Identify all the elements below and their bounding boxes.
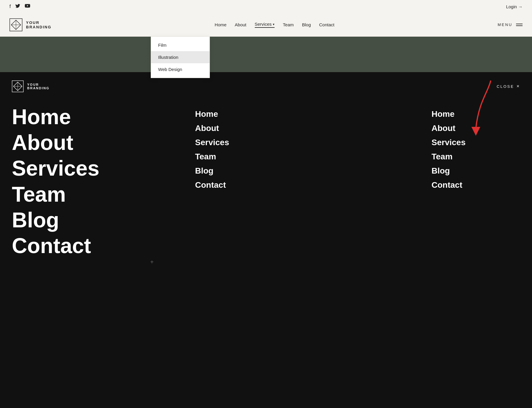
login-label: Login →: [506, 4, 523, 9]
right-nav-home[interactable]: Home: [432, 107, 520, 121]
youtube-icon[interactable]: [25, 4, 30, 9]
hero-section: [0, 37, 532, 72]
right-nav: Home About Services Team Blog Contact: [432, 104, 520, 408]
twitter-icon[interactable]: [15, 4, 20, 9]
mid-nav-team[interactable]: Team: [195, 150, 432, 164]
big-nav-about[interactable]: About: [12, 130, 136, 156]
nav-services[interactable]: Services ▾: [255, 22, 275, 28]
nav-blog[interactable]: Blog: [302, 22, 311, 27]
dropdown-illustration[interactable]: Illustration: [151, 51, 210, 63]
menu-label: MENU: [498, 22, 512, 27]
facebook-icon[interactable]: f: [9, 4, 11, 9]
menu-lines-icon: [516, 24, 523, 26]
right-nav-blog[interactable]: Blog: [432, 164, 520, 178]
close-x-icon: ×: [517, 84, 520, 89]
close-label: CLOSE: [497, 84, 514, 89]
overlay-logo[interactable]: YOUR BRANDING: [12, 80, 49, 92]
plus-icon[interactable]: +: [150, 259, 154, 265]
nav-home[interactable]: Home: [215, 22, 226, 27]
mid-nav-services[interactable]: Services: [195, 135, 432, 150]
big-nav: Home About Services Team Blog Contact +: [12, 104, 136, 408]
mid-nav-contact[interactable]: Contact: [195, 178, 432, 192]
close-button[interactable]: CLOSE ×: [497, 84, 520, 89]
social-icons: f: [9, 4, 30, 9]
overlay-logo-text: YOUR BRANDING: [27, 83, 49, 90]
overlay-menu: YOUR BRANDING CLOSE × Home About Service…: [0, 72, 532, 408]
logo-line2: BRANDING: [26, 25, 51, 29]
logo-icon: [9, 18, 22, 31]
mid-nav: Home About Services Team Blog Contact: [136, 104, 432, 408]
logo-text: YOUR BRANDING: [26, 20, 51, 29]
dropdown-webdesign[interactable]: Web Design: [151, 63, 210, 75]
overlay-header: YOUR BRANDING CLOSE ×: [0, 72, 532, 98]
big-nav-contact[interactable]: Contact: [12, 233, 136, 259]
big-nav-services[interactable]: Services: [12, 156, 136, 181]
big-nav-home[interactable]: Home: [12, 104, 136, 130]
overlay-logo-icon: [12, 80, 24, 92]
logo[interactable]: YOUR BRANDING: [9, 18, 51, 31]
menu-button[interactable]: MENU: [498, 22, 523, 27]
right-nav-about[interactable]: About: [432, 121, 520, 135]
top-bar: f Login →: [0, 0, 532, 13]
login-link[interactable]: Login →: [506, 4, 523, 9]
logo-line1: YOUR: [26, 20, 51, 25]
nav-about[interactable]: About: [235, 22, 246, 27]
dropdown-panel: Film Illustration Web Design: [151, 36, 210, 78]
big-nav-blog[interactable]: Blog: [12, 207, 136, 233]
mid-nav-about[interactable]: About: [195, 121, 432, 135]
nav-contact[interactable]: Contact: [319, 22, 335, 27]
right-nav-services[interactable]: Services: [432, 135, 520, 150]
right-nav-team[interactable]: Team: [432, 150, 520, 164]
big-nav-team[interactable]: Team: [12, 182, 136, 207]
mid-nav-blog[interactable]: Blog: [195, 164, 432, 178]
services-dropdown: Film Illustration Web Design: [151, 36, 210, 78]
overlay-content: Home About Services Team Blog Contact + …: [0, 98, 532, 408]
dropdown-film[interactable]: Film: [151, 39, 210, 51]
mid-nav-home[interactable]: Home: [195, 107, 432, 121]
main-nav: Home About Services ▾ Team Blog Contact: [215, 22, 334, 28]
chevron-down-icon: ▾: [273, 22, 275, 26]
right-nav-contact[interactable]: Contact: [432, 178, 520, 192]
nav-team[interactable]: Team: [283, 22, 294, 27]
header: YOUR BRANDING Home About Services ▾ Team…: [0, 13, 532, 37]
